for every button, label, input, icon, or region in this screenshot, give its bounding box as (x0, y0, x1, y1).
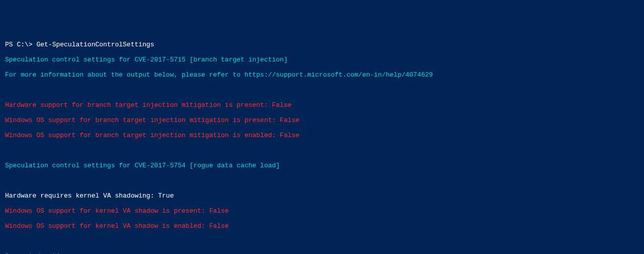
prompt-command: Get-SpeculationControlSettings (36, 41, 154, 48)
kva-hw-status: Hardware requires kernel VA shadowing: T… (5, 192, 639, 200)
terminal-output[interactable]: PS C:\> Get-SpeculationControlSettings S… (5, 33, 639, 254)
section-header-kva: Speculation control settings for CVE-201… (5, 162, 639, 169)
prompt-prefix: PS C:\> (5, 41, 36, 48)
bti-os-present-status: Windows OS support for branch target inj… (5, 116, 639, 124)
info-link-line: For more information about the output be… (5, 71, 639, 79)
bti-hw-status: Hardware support for branch target injec… (5, 101, 639, 109)
section-header-bti: Speculation control settings for CVE-201… (5, 56, 639, 64)
kva-os-enabled-status: Windows OS support for kernel VA shadow … (5, 222, 639, 230)
kva-os-present-status: Windows OS support for kernel VA shadow … (5, 207, 639, 215)
bti-os-enabled-status: Windows OS support for branch target inj… (5, 132, 639, 139)
